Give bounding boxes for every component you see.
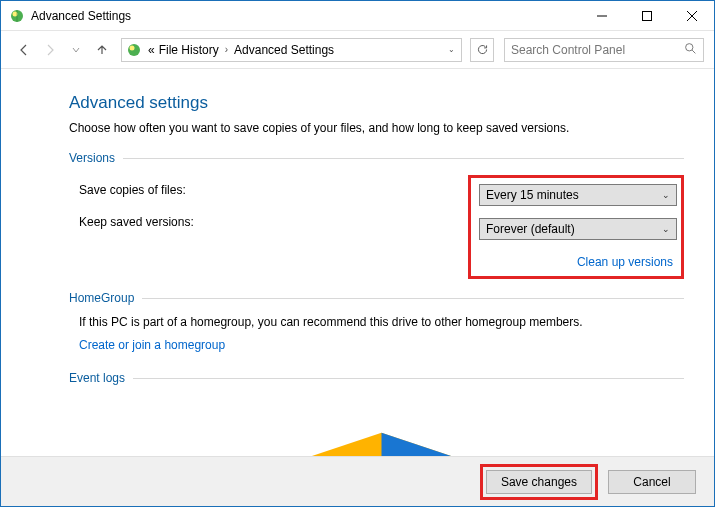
divider bbox=[123, 158, 684, 159]
breadcrumb-seg-1[interactable]: File History bbox=[157, 43, 221, 57]
app-icon bbox=[9, 8, 25, 24]
versions-highlight: Every 15 minutes ⌄ Forever (default) ⌄ C… bbox=[468, 175, 684, 279]
minimize-button[interactable] bbox=[579, 1, 624, 30]
navbar: « File History › Advanced Settings ⌄ Sea… bbox=[1, 31, 714, 69]
window-title: Advanced Settings bbox=[31, 9, 579, 23]
homegroup-title: HomeGroup bbox=[69, 291, 134, 305]
maximize-button[interactable] bbox=[624, 1, 669, 30]
save-copies-select[interactable]: Every 15 minutes ⌄ bbox=[479, 184, 677, 206]
svg-point-7 bbox=[130, 45, 135, 50]
breadcrumb[interactable]: « File History › Advanced Settings ⌄ bbox=[121, 38, 462, 62]
window: Advanced Settings « File History › Advan… bbox=[0, 0, 715, 507]
up-button[interactable] bbox=[91, 39, 113, 61]
homegroup-group: HomeGroup If this PC is part of a homegr… bbox=[69, 291, 684, 353]
homegroup-body: If this PC is part of a homegroup, you c… bbox=[79, 315, 684, 329]
eventlogs-title: Event logs bbox=[69, 371, 125, 385]
page-heading: Advanced settings bbox=[69, 93, 684, 113]
close-button[interactable] bbox=[669, 1, 714, 30]
save-copies-value: Every 15 minutes bbox=[486, 188, 579, 202]
search-icon bbox=[684, 42, 697, 58]
create-homegroup-link[interactable]: Create or join a homegroup bbox=[79, 338, 225, 352]
save-copies-label: Save copies of files: bbox=[79, 183, 431, 197]
keep-versions-select[interactable]: Forever (default) ⌄ bbox=[479, 218, 677, 240]
content-area: Advanced settings Choose how often you w… bbox=[1, 69, 714, 456]
back-button[interactable] bbox=[13, 39, 35, 61]
chevron-down-icon: ⌄ bbox=[662, 190, 670, 200]
cleanup-versions-link[interactable]: Clean up versions bbox=[577, 255, 673, 269]
svg-point-8 bbox=[686, 43, 693, 50]
breadcrumb-dropdown-icon[interactable]: ⌄ bbox=[444, 45, 459, 54]
breadcrumb-prefix: « bbox=[146, 43, 157, 57]
keep-versions-label: Keep saved versions: bbox=[79, 215, 431, 229]
search-input[interactable]: Search Control Panel bbox=[504, 38, 704, 62]
eventlogs-group: Event logs Open File History event logs … bbox=[69, 371, 684, 456]
titlebar: Advanced Settings bbox=[1, 1, 714, 31]
forward-button[interactable] bbox=[39, 39, 61, 61]
cancel-button[interactable]: Cancel bbox=[608, 470, 696, 494]
window-controls bbox=[579, 1, 714, 30]
divider bbox=[142, 298, 684, 299]
search-placeholder: Search Control Panel bbox=[511, 43, 625, 57]
divider bbox=[133, 378, 684, 379]
save-highlight: Save changes bbox=[480, 464, 598, 500]
svg-rect-3 bbox=[642, 11, 651, 20]
breadcrumb-seg-2[interactable]: Advanced Settings bbox=[232, 43, 336, 57]
save-changes-button[interactable]: Save changes bbox=[486, 470, 592, 494]
breadcrumb-icon bbox=[126, 42, 142, 58]
svg-line-9 bbox=[692, 50, 695, 53]
keep-versions-value: Forever (default) bbox=[486, 222, 575, 236]
footer: Save changes Cancel bbox=[1, 456, 714, 506]
refresh-button[interactable] bbox=[470, 38, 494, 62]
svg-point-6 bbox=[128, 44, 140, 56]
chevron-down-icon: ⌄ bbox=[662, 224, 670, 234]
chevron-right-icon: › bbox=[221, 44, 232, 55]
versions-group: Versions Save copies of files: Keep save… bbox=[69, 151, 684, 279]
versions-group-title: Versions bbox=[69, 151, 115, 165]
recent-dropdown[interactable] bbox=[65, 39, 87, 61]
page-subtitle: Choose how often you want to save copies… bbox=[69, 121, 684, 135]
